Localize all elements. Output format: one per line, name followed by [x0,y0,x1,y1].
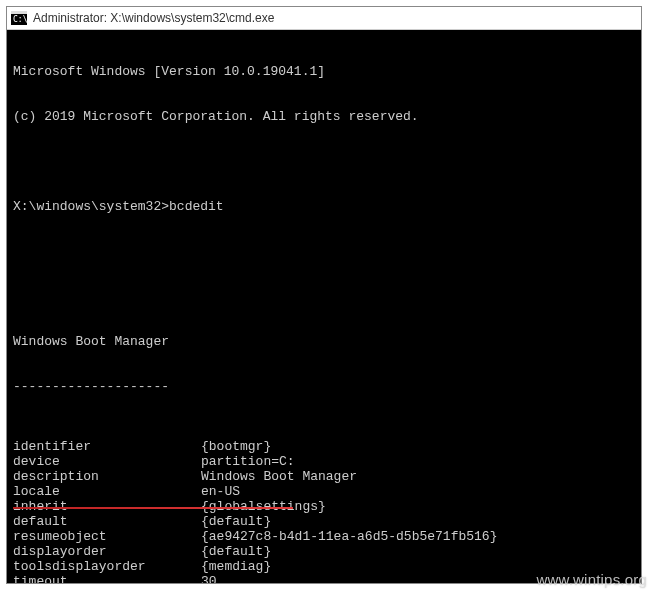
row-key: toolsdisplayorder [13,559,201,574]
row-key: locale [13,484,201,499]
row-key: identifier [13,439,201,454]
table-row: displayorder{default} [13,544,635,559]
row-value: en-US [201,484,240,499]
header-line: Microsoft Windows [Version 10.0.19041.1] [13,64,635,79]
row-key: timeout [13,574,201,583]
section-divider: -------------------- [13,379,635,394]
terminal-area[interactable]: Microsoft Windows [Version 10.0.19041.1]… [7,30,641,583]
cmd-icon: C:\ [11,11,27,25]
table-row: timeout30 [13,574,635,583]
table-row: descriptionWindows Boot Manager [13,469,635,484]
row-value: partition=C: [201,454,295,469]
svg-rect-1 [11,11,27,14]
table-row: toolsdisplayorder{memdiag} [13,559,635,574]
table-row: resumeobject{ae9427c8-b4d1-11ea-a6d5-d5b… [13,529,635,544]
table-row: localeen-US [13,484,635,499]
row-value: Windows Boot Manager [201,469,357,484]
command: bcdedit [169,199,224,214]
row-key: resumeobject [13,529,201,544]
highlight-underline [13,507,293,509]
table-row: identifier{bootmgr} [13,439,635,454]
row-key: device [13,454,201,469]
row-value: 30 [201,574,217,583]
cmd-window: C:\ Administrator: X:\windows\system32\c… [6,6,642,584]
row-key: description [13,469,201,484]
row-key: displayorder [13,544,201,559]
table-row: default{default} [13,514,635,529]
titlebar[interactable]: C:\ Administrator: X:\windows\system32\c… [7,7,641,30]
row-value: {default} [201,544,271,559]
table-row: devicepartition=C: [13,454,635,469]
window-title: Administrator: X:\windows\system32\cmd.e… [33,11,274,25]
svg-text:C:\: C:\ [13,15,27,24]
blank-line [13,154,635,169]
row-value: {memdiag} [201,559,271,574]
section-title: Windows Boot Manager [13,334,635,349]
row-value: {ae9427c8-b4d1-11ea-a6d5-d5b5e71fb516} [201,529,497,544]
row-value: {bootmgr} [201,439,271,454]
prompt-line: X:\windows\system32>bcdedit [13,199,635,214]
header-line: (c) 2019 Microsoft Corporation. All righ… [13,109,635,124]
prompt: X:\windows\system32> [13,199,169,214]
blank-line [13,289,635,304]
blank-line [13,244,635,259]
row-value: {default} [201,514,271,529]
row-key: default [13,514,201,529]
